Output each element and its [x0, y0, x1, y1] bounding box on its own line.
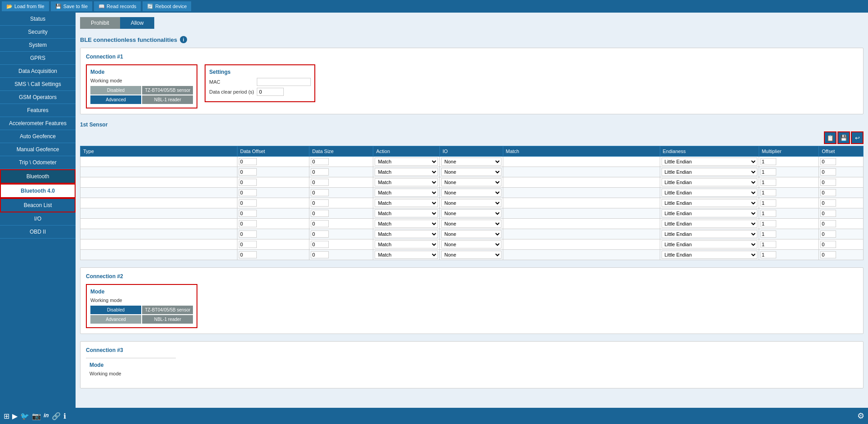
bottom-icon-camera[interactable]: 📷 — [32, 412, 41, 420]
offset-val-input-5[interactable] — [820, 210, 836, 217]
io-select-0[interactable]: None — [441, 158, 501, 166]
mac-input[interactable] — [257, 78, 311, 86]
multiplier-input-8[interactable] — [761, 241, 776, 248]
offset-val-input-2[interactable] — [820, 179, 836, 186]
action-select-9[interactable]: Match — [375, 251, 438, 259]
data-offset-input-5[interactable] — [239, 210, 257, 217]
conn2-disabled-btn[interactable]: Disabled — [90, 306, 141, 314]
sidebar-item-sms-call[interactable]: SMS \ Call Settings — [0, 78, 76, 91]
endianess-select-0[interactable]: Little Endian Big Endian — [662, 158, 757, 166]
data-clear-input[interactable] — [257, 88, 284, 96]
match-input-9[interactable] — [505, 252, 658, 258]
action-select-0[interactable]: Match — [375, 158, 438, 166]
sidebar-item-bluetooth40[interactable]: Bluetooth 4.0 — [0, 184, 76, 198]
gear-icon[interactable]: ⚙ — [857, 411, 864, 421]
sidebar-item-gprs[interactable]: GPRS — [0, 52, 76, 65]
multiplier-input-4[interactable] — [761, 199, 776, 207]
sidebar-item-obd[interactable]: OBD II — [0, 226, 76, 239]
multiplier-input-5[interactable] — [761, 210, 776, 217]
action-select-5[interactable]: Match — [375, 209, 438, 217]
type-input-0[interactable] — [82, 158, 236, 165]
info-icon[interactable]: i — [180, 36, 187, 43]
io-select-6[interactable]: None — [441, 220, 501, 228]
endianess-select-1[interactable]: Little Endian Big Endian — [662, 168, 757, 176]
data-offset-input-7[interactable] — [239, 230, 257, 238]
save-icon-btn[interactable]: 💾 — [837, 131, 850, 144]
io-select-7[interactable]: None — [441, 230, 501, 238]
match-input-1[interactable] — [505, 169, 658, 175]
match-input-2[interactable] — [505, 179, 658, 185]
bottom-icon-grid[interactable]: ⊞ — [4, 412, 9, 420]
bottom-icon-info[interactable]: ℹ — [63, 412, 66, 420]
type-input-6[interactable] — [82, 221, 236, 227]
sidebar-item-bluetooth[interactable]: Bluetooth — [0, 169, 76, 184]
data-size-input-7[interactable] — [311, 230, 329, 238]
match-input-4[interactable] — [505, 200, 658, 206]
refresh-icon-btn[interactable]: ↩ — [851, 131, 864, 144]
type-input-1[interactable] — [82, 169, 236, 175]
type-input-5[interactable] — [82, 210, 236, 217]
data-size-input-8[interactable] — [311, 241, 329, 248]
mode-nbl-btn[interactable]: NBL-1 reader — [142, 95, 193, 104]
conn2-nbl-btn[interactable]: NBL-1 reader — [142, 315, 193, 324]
type-input-8[interactable] — [82, 241, 236, 248]
multiplier-input-7[interactable] — [761, 230, 776, 238]
reboot-device-button[interactable]: 🔄 Reboot device — [143, 1, 191, 11]
save-to-file-button[interactable]: 💾 Save to file — [51, 1, 92, 11]
sidebar-item-auto-geo[interactable]: Auto Geofence — [0, 130, 76, 143]
data-offset-input-8[interactable] — [239, 241, 257, 248]
mode-disabled-btn[interactable]: Disabled — [90, 86, 141, 95]
io-select-1[interactable]: None — [441, 168, 501, 176]
bottom-icon-link[interactable]: 🔗 — [52, 412, 61, 420]
endianess-select-8[interactable]: Little Endian Big Endian — [662, 240, 757, 248]
sidebar-item-data-acquisition[interactable]: Data Acquisition — [0, 65, 76, 78]
conn2-tz-btn[interactable]: TZ-BT04/05/5B sensor — [142, 306, 193, 314]
endianess-select-9[interactable]: Little Endian Big Endian — [662, 251, 757, 259]
io-select-4[interactable]: None — [441, 199, 501, 207]
data-size-input-1[interactable] — [311, 168, 329, 176]
action-select-7[interactable]: Match — [375, 230, 438, 238]
type-input-4[interactable] — [82, 200, 236, 206]
match-input-8[interactable] — [505, 241, 658, 248]
data-offset-input-1[interactable] — [239, 168, 257, 176]
sidebar-item-manual-geo[interactable]: Manual Geofence — [0, 143, 76, 156]
type-input-7[interactable] — [82, 231, 236, 237]
multiplier-input-3[interactable] — [761, 189, 776, 196]
io-select-3[interactable]: None — [441, 189, 501, 197]
data-size-input-3[interactable] — [311, 189, 329, 196]
sidebar-item-io[interactable]: I/O — [0, 212, 76, 226]
data-size-input-0[interactable] — [311, 158, 329, 165]
action-select-2[interactable]: Match — [375, 178, 438, 186]
data-size-input-5[interactable] — [311, 210, 329, 217]
endianess-select-2[interactable]: Little Endian Big Endian — [662, 178, 757, 186]
action-select-4[interactable]: Match — [375, 199, 438, 207]
sidebar-item-system[interactable]: System — [0, 39, 76, 52]
type-input-2[interactable] — [82, 179, 236, 185]
io-select-5[interactable]: None — [441, 209, 501, 217]
endianess-select-4[interactable]: Little Endian Big Endian — [662, 199, 757, 207]
io-select-2[interactable]: None — [441, 178, 501, 186]
bottom-icon-twitter[interactable]: 🐦 — [20, 412, 29, 420]
mode-tz-btn[interactable]: TZ-BT04/05/5B sensor — [142, 86, 193, 95]
multiplier-input-6[interactable] — [761, 220, 776, 227]
endianess-select-5[interactable]: Little Endian Big Endian — [662, 209, 757, 217]
multiplier-input-2[interactable] — [761, 179, 776, 186]
multiplier-input-1[interactable] — [761, 168, 776, 176]
allow-button[interactable]: Allow — [120, 17, 155, 29]
endianess-select-7[interactable]: Little Endian Big Endian — [662, 230, 757, 238]
conn2-advanced-btn[interactable]: Advanced — [90, 315, 141, 324]
action-select-1[interactable]: Match — [375, 168, 438, 176]
copy-icon-btn[interactable]: 📋 — [824, 131, 837, 144]
multiplier-input-9[interactable] — [761, 251, 776, 258]
sidebar-item-accel[interactable]: Accelerometer Features — [0, 117, 76, 130]
data-offset-input-9[interactable] — [239, 251, 257, 258]
action-select-6[interactable]: Match — [375, 220, 438, 228]
data-size-input-6[interactable] — [311, 220, 329, 227]
sidebar-item-security[interactable]: Security — [0, 26, 76, 39]
multiplier-input-0[interactable] — [761, 158, 776, 165]
sidebar-item-status[interactable]: Status — [0, 13, 76, 26]
sidebar-item-beacon-list[interactable]: Beacon List — [0, 198, 76, 212]
type-input-9[interactable] — [82, 252, 236, 258]
endianess-select-3[interactable]: Little Endian Big Endian — [662, 189, 757, 197]
offset-val-input-7[interactable] — [820, 230, 836, 238]
